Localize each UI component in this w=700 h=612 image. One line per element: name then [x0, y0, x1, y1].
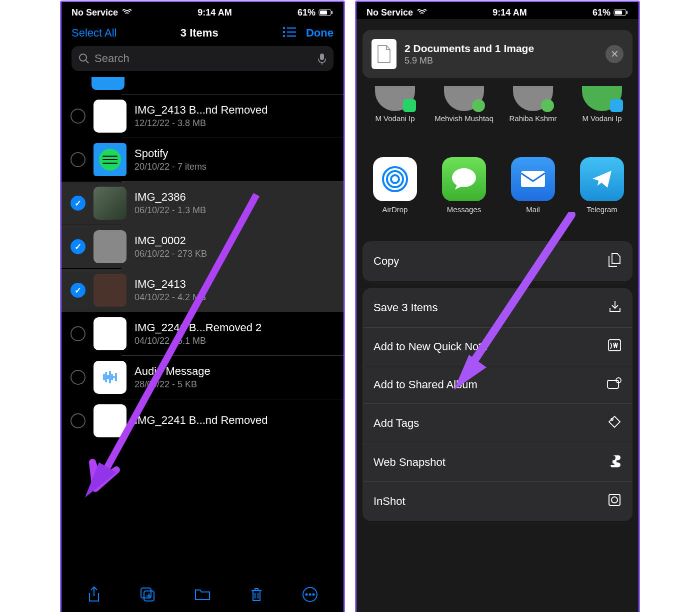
svg-rect-2: [332, 11, 332, 14]
svg-rect-22: [615, 11, 622, 15]
status-time: 9:14 AM: [198, 8, 232, 18]
file-row[interactable]: IMG_241304/10/22 - 4.2 MB: [62, 269, 344, 312]
file-name: Audio Message: [134, 365, 334, 378]
file-name: IMG_2413 B...nd Removed: [134, 104, 334, 117]
battery-icon: [614, 9, 628, 16]
contact-name: Rahiba Kshmr: [500, 114, 566, 123]
share-sheet-screen: No Service 9:14 AM 61% 2 Documents and 1…: [355, 1, 640, 612]
duplicate-icon[interactable]: [140, 586, 156, 604]
action-note[interactable]: Add to New Quick Note: [362, 328, 632, 366]
file-meta: 04/10/22 - 5.1 MB: [134, 336, 334, 346]
file-name: IMG_2413: [134, 278, 334, 291]
action-label: Web Snapshot: [374, 456, 446, 469]
page-title: 3 Items: [180, 27, 218, 40]
more-icon[interactable]: [302, 586, 318, 604]
file-name: IMG_0002: [134, 234, 334, 247]
mic-icon[interactable]: [318, 53, 326, 65]
trash-icon[interactable]: [250, 586, 264, 604]
svg-point-34: [612, 497, 618, 503]
checkbox-unchecked-icon[interactable]: [70, 152, 86, 167]
file-name: Spotify: [134, 147, 334, 160]
svg-rect-29: [608, 340, 620, 351]
share-app-mail[interactable]: Mail: [498, 157, 568, 214]
select-all-button[interactable]: Select All: [72, 27, 117, 40]
app-name: Mail: [500, 205, 566, 214]
contacts-row: M Vodani IpMehvish MushtaqRahiba KshmrM …: [356, 86, 638, 123]
checkbox-checked-icon[interactable]: [70, 196, 86, 211]
action-label: Add to Shared Album: [374, 378, 478, 391]
checkbox-unchecked-icon[interactable]: [70, 109, 86, 124]
svg-point-27: [452, 168, 476, 187]
svg-rect-30: [608, 380, 618, 388]
svg-point-17: [306, 594, 308, 595]
svg-rect-23: [626, 11, 628, 14]
svg-point-3: [284, 28, 284, 29]
apps-row: AirDropMessagesMailTelegramWh: [356, 157, 638, 214]
action-label: Copy: [374, 255, 399, 268]
share-contact[interactable]: Rahiba Kshmr: [498, 86, 568, 123]
thumbnail: [94, 404, 126, 437]
share-app-messages[interactable]: Messages: [430, 157, 498, 214]
wifi-icon: [417, 9, 427, 16]
file-meta: 06/10/22 - 1.3 MB: [134, 205, 334, 216]
file-row[interactable]: IMG_000206/10/22 - 273 KB: [62, 225, 344, 268]
action-tag[interactable]: Add Tags: [362, 404, 632, 443]
download-icon: [608, 299, 622, 316]
action-download[interactable]: Save 3 Items: [362, 288, 632, 328]
done-button[interactable]: Done: [306, 27, 334, 40]
share-app-whatsapp[interactable]: Wh: [636, 157, 638, 214]
file-row[interactable]: IMG_2241 B...nd Removed: [62, 399, 344, 442]
tag-icon: [608, 415, 622, 432]
battery-percent: 61%: [592, 8, 610, 18]
checkbox-unchecked-icon[interactable]: [70, 413, 86, 428]
share-icon[interactable]: [87, 586, 101, 605]
app-name: Messages: [432, 205, 496, 214]
share-app-airdrop[interactable]: AirDrop: [360, 157, 430, 214]
svg-point-5: [284, 32, 284, 33]
carrier-text: No Service: [72, 8, 118, 18]
file-name: IMG_2386: [134, 191, 334, 204]
checkbox-checked-icon[interactable]: [70, 283, 86, 298]
file-meta: 28/09/22 - 5 KB: [134, 379, 334, 390]
thumbnail: [94, 187, 126, 220]
share-subtitle: 5.9 MB: [404, 56, 598, 66]
thumbnail: [94, 230, 126, 263]
file-row[interactable]: IMG_2413 B...nd Removed12/12/22 - 3.8 MB: [62, 95, 344, 138]
action-inshot[interactable]: InShot: [362, 482, 632, 521]
checkbox-unchecked-icon[interactable]: [70, 326, 86, 341]
thumbnail: [94, 143, 126, 176]
close-button[interactable]: ✕: [606, 45, 624, 63]
msg-badge-icon: [472, 99, 485, 112]
share-app-telegram[interactable]: Telegram: [568, 157, 636, 214]
file-row[interactable]: IMG_238606/10/22 - 1.3 MB: [62, 182, 344, 225]
file-meta: 20/10/22 - 7 items: [134, 162, 334, 172]
inshot-icon: [608, 493, 622, 510]
search-icon: [78, 53, 90, 64]
file-meta: 12/12/22 - 3.8 MB: [134, 118, 334, 129]
copy-action[interactable]: Copy: [362, 241, 632, 281]
list-view-icon[interactable]: [282, 26, 297, 40]
svg-point-19: [313, 594, 314, 595]
messages-icon: [442, 157, 486, 201]
svg-point-18: [310, 594, 311, 595]
file-row[interactable]: IMG_2241 B...Removed 204/10/22 - 5.1 MB: [62, 312, 344, 355]
file-row[interactable]: Spotify20/10/22 - 7 items: [62, 138, 344, 181]
svg-point-24: [391, 175, 399, 183]
mail-icon: [511, 157, 555, 201]
checkbox-checked-icon[interactable]: [70, 239, 86, 254]
contact-name: M Vodani Ip: [362, 114, 428, 123]
share-contact[interactable]: Mehvish Mushtaq: [430, 86, 498, 123]
share-contact[interactable]: M Vodani Ip: [568, 86, 636, 123]
checkbox-unchecked-icon[interactable]: [70, 370, 86, 385]
svg-rect-1: [320, 11, 327, 15]
folder-icon[interactable]: [194, 587, 211, 603]
copy-icon: [608, 252, 622, 270]
file-row[interactable]: Audio Message28/09/22 - 5 KB: [62, 356, 344, 399]
search-input[interactable]: Search: [72, 46, 334, 71]
partial-row-top: [62, 77, 344, 94]
share-contact[interactable]: M Vodani Ip: [360, 86, 430, 123]
action-album[interactable]: Add to Shared Album: [362, 366, 632, 404]
svg-marker-20: [85, 462, 116, 497]
telegram-icon: [580, 157, 624, 201]
action-snapshot[interactable]: Web Snapshot: [362, 443, 632, 482]
